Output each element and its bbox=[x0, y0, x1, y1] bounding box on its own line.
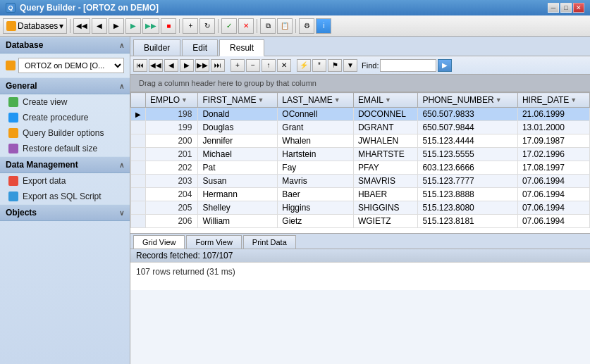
restore-size-icon bbox=[8, 144, 18, 153]
fwd-button[interactable]: ▶ bbox=[109, 18, 124, 34]
email-filter-icon[interactable]: ▼ bbox=[385, 96, 391, 103]
table-row[interactable]: 204HermannBaerHBAER515.123.888807.06.199… bbox=[131, 188, 590, 201]
general-section-arrow-icon: ∧ bbox=[119, 82, 124, 90]
stop-button[interactable]: ■ bbox=[161, 18, 176, 34]
data-mgmt-arrow-icon: ∧ bbox=[119, 161, 124, 169]
hire_date-cell: 17.08.1997 bbox=[517, 161, 589, 175]
nav-next-next-button[interactable]: ▶▶ bbox=[195, 59, 209, 72]
cancel-btn[interactable]: ✕ bbox=[238, 18, 254, 34]
sidebar-item-restore-size[interactable]: Restore default size bbox=[0, 141, 130, 156]
sidebar-item-create-procedure[interactable]: Create procedure bbox=[0, 110, 130, 125]
bottom-tab-form[interactable]: Form View bbox=[186, 235, 241, 249]
paste-btn[interactable]: 📋 bbox=[277, 18, 293, 34]
phone_number-cell: 515.123.8181 bbox=[418, 215, 517, 228]
hire-date-label: HIRE_DATE bbox=[522, 95, 569, 105]
sidebar-objects-section[interactable]: Objects ∨ bbox=[0, 204, 130, 221]
last_name-cell: Grant bbox=[278, 121, 354, 134]
table-row[interactable]: 200JenniferWhalenJWHALEN515.123.444417.0… bbox=[131, 134, 590, 148]
table-row[interactable]: ▶198DonaldOConnellDOCONNEL650.507.983321… bbox=[131, 108, 590, 121]
run-all-button[interactable]: ▶▶ bbox=[142, 18, 159, 34]
sidebar-database-section[interactable]: Database ∧ bbox=[0, 37, 130, 54]
minimize-button[interactable]: ─ bbox=[548, 3, 559, 13]
run-button[interactable]: ▶ bbox=[125, 18, 141, 34]
nav-prev-button[interactable]: ◀ bbox=[164, 59, 178, 72]
find-input[interactable] bbox=[380, 59, 436, 72]
maximize-button[interactable]: □ bbox=[560, 3, 572, 13]
col-first-name[interactable]: FIRST_NAME ▼ bbox=[198, 93, 278, 108]
hire-date-filter-icon[interactable]: ▼ bbox=[570, 96, 577, 103]
last-name-filter-icon[interactable]: ▼ bbox=[334, 96, 340, 103]
sidebar-item-create-view[interactable]: Create view bbox=[0, 94, 130, 110]
col-email[interactable]: EMAIL ▼ bbox=[353, 93, 417, 108]
last_name-cell: Whalen bbox=[278, 134, 354, 148]
restore-size-label: Restore default size bbox=[23, 144, 97, 153]
back-button[interactable]: ◀◀ bbox=[73, 18, 90, 34]
nav-last-button[interactable]: ⏭ bbox=[211, 59, 225, 72]
databases-dropdown[interactable]: Databases ▾ bbox=[3, 18, 67, 34]
create-procedure-icon bbox=[8, 113, 18, 123]
sidebar-item-export-data[interactable]: Export data bbox=[0, 173, 130, 189]
tab-result[interactable]: Result bbox=[219, 39, 264, 56]
filter-dropdown-button[interactable]: ▼ bbox=[343, 59, 357, 72]
table-row[interactable]: 201MichaelHartsteinMHARTSTE515.123.55551… bbox=[131, 148, 590, 161]
table-row[interactable]: 205ShelleyHigginsSHIGGINS515.123.808007.… bbox=[131, 201, 590, 215]
table-row[interactable]: 206WilliamGietzWGIETZ515.123.818107.06.1… bbox=[131, 215, 590, 228]
tab-builder[interactable]: Builder bbox=[133, 39, 180, 56]
copy-btn[interactable]: ⧉ bbox=[260, 18, 276, 34]
refresh-btn[interactable]: ↻ bbox=[199, 18, 215, 34]
bottom-tab-grid[interactable]: Grid View bbox=[133, 235, 185, 249]
sidebar-item-qb-options[interactable]: Query Builder options bbox=[0, 125, 130, 141]
info-btn[interactable]: i bbox=[316, 18, 331, 34]
nav-prev-prev-button[interactable]: ◀◀ bbox=[149, 59, 163, 72]
col-phone[interactable]: PHONE_NUMBER ▼ bbox=[418, 93, 517, 108]
last_name-cell: Baer bbox=[278, 188, 354, 201]
email-cell: DGRANT bbox=[353, 121, 417, 134]
check-btn[interactable]: ✓ bbox=[221, 18, 237, 34]
separator-3 bbox=[218, 19, 219, 33]
table-row[interactable]: 202PatFayPFAY603.123.666617.08.1997 bbox=[131, 161, 590, 175]
col-hire-date[interactable]: HIRE_DATE ▼ bbox=[517, 93, 589, 108]
wildcard-button[interactable]: * bbox=[312, 59, 326, 72]
sidebar-general-section[interactable]: General ∧ bbox=[0, 77, 130, 94]
bottom-tab-print[interactable]: Print Data bbox=[243, 235, 296, 249]
first-name-filter-icon[interactable]: ▼ bbox=[257, 96, 264, 103]
cancel-row-button[interactable]: ✕ bbox=[277, 59, 291, 72]
employee-id-filter-icon[interactable]: ▼ bbox=[181, 96, 188, 103]
row-indicator bbox=[131, 201, 146, 215]
bottom-tabs: Grid View Form View Print Data bbox=[130, 233, 590, 249]
sidebar-item-export-sql[interactable]: Export as SQL Script bbox=[0, 189, 130, 204]
row-indicator: ▶ bbox=[131, 108, 146, 121]
flag-button[interactable]: ⚑ bbox=[328, 59, 342, 72]
prev-button[interactable]: ◀ bbox=[92, 18, 107, 34]
close-button[interactable]: ✕ bbox=[573, 3, 584, 13]
add-row-button[interactable]: + bbox=[231, 59, 245, 72]
add-btn[interactable]: + bbox=[183, 18, 198, 34]
tab-edit[interactable]: Edit bbox=[182, 39, 218, 56]
filter-button[interactable]: ⚡ bbox=[297, 59, 311, 72]
data-mgmt-label: Data Management bbox=[6, 160, 78, 170]
table-row[interactable]: 199DouglasGrantDGRANT650.507.984413.01.2… bbox=[131, 121, 590, 134]
row-indicator bbox=[131, 175, 146, 188]
row-indicator bbox=[131, 148, 146, 161]
col-employee-id[interactable]: EMPLO ▼ bbox=[146, 93, 198, 108]
save-row-button[interactable]: ↑ bbox=[262, 59, 276, 72]
nav-first-button[interactable]: ⏮ bbox=[133, 59, 147, 72]
first_name-cell: Michael bbox=[198, 148, 278, 161]
email-cell: PFAY bbox=[353, 161, 417, 175]
settings-btn[interactable]: ⚙ bbox=[299, 18, 314, 34]
row-indicator bbox=[131, 161, 146, 175]
col-last-name[interactable]: LAST_NAME ▼ bbox=[278, 93, 354, 108]
employee-id-cell: 205 bbox=[146, 201, 198, 215]
app-icon: Q bbox=[6, 3, 16, 13]
sidebar-data-mgmt-section[interactable]: Data Management ∧ bbox=[0, 156, 130, 173]
records-status-bar: Records fetched: 107/107 bbox=[130, 249, 590, 262]
table-row[interactable]: 203SusanMavrisSMAVRIS515.123.777707.06.1… bbox=[131, 175, 590, 188]
del-row-button[interactable]: − bbox=[246, 59, 260, 72]
employee-id-cell: 203 bbox=[146, 175, 198, 188]
last_name-cell: Mavris bbox=[278, 175, 354, 188]
find-go-button[interactable]: ▶ bbox=[438, 59, 452, 72]
database-select[interactable]: ORTOZ on DEMO [O... bbox=[18, 58, 124, 73]
data-table-container[interactable]: EMPLO ▼ FIRST_NAME ▼ LAS bbox=[130, 92, 590, 233]
nav-next-button[interactable]: ▶ bbox=[180, 59, 194, 72]
phone-filter-icon[interactable]: ▼ bbox=[496, 96, 502, 103]
